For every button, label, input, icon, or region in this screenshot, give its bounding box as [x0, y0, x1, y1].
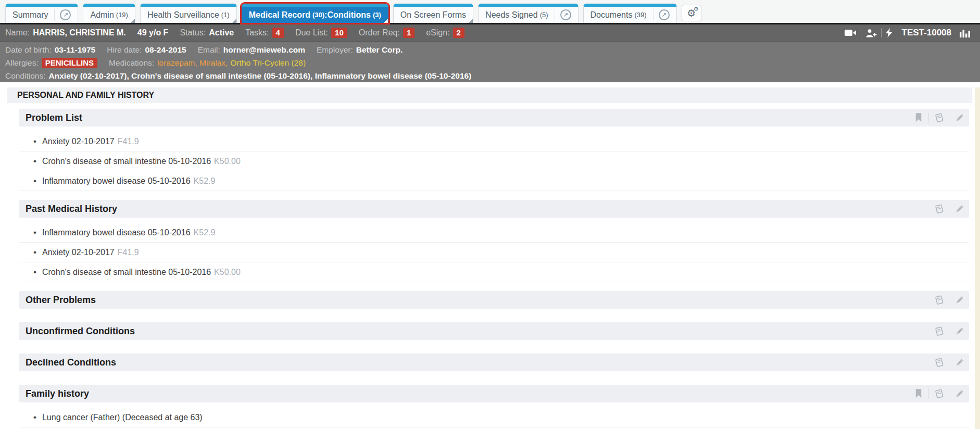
- past-medical-history-item[interactable]: • Crohn's disease of small intestine 05-…: [19, 262, 969, 282]
- gear-icon: ⚙: [694, 6, 699, 12]
- separator: [928, 112, 929, 123]
- book-icon[interactable]: [934, 358, 944, 368]
- family-history-item[interactable]: • Lung cancer (Father) (Deceased at age …: [19, 408, 969, 427]
- tab-on-screen-forms[interactable]: On Screen Forms: [393, 4, 473, 23]
- book-icon[interactable]: [934, 389, 944, 399]
- tab-health-surveillance[interactable]: Health Surveillance (1): [140, 4, 237, 23]
- medications-label: Medications:: [109, 58, 154, 68]
- tab-medical-record-count: (30): [312, 11, 324, 19]
- section-family-history: Family history •: [19, 385, 969, 427]
- edit-pencil-icon[interactable]: [954, 205, 964, 213]
- section-problem-list: Problem List •: [19, 109, 969, 191]
- order-req-group: Order Req: 1: [359, 28, 414, 38]
- patient-age-sex: 49 y/o F: [137, 28, 169, 37]
- item-code: K52.9: [194, 176, 216, 186]
- item-text: Anxiety 02-10-2017: [42, 248, 115, 257]
- section-unconfirmed-conditions: Unconfirmed Conditions: [19, 322, 969, 340]
- edit-pencil-icon[interactable]: [954, 358, 964, 367]
- section-past-medical-history: Past Medical History • Inflammatory bowe…: [19, 200, 969, 282]
- tab-admin[interactable]: Admin (19): [83, 4, 135, 23]
- patient-name[interactable]: HARRIS, CHRISTINE M.: [33, 28, 126, 37]
- patient-detail-rows: Date of birth:03-11-1975 Hire date:08-24…: [0, 42, 980, 82]
- tab-conditions-sublabel: :Conditions: [324, 10, 371, 20]
- tab-documents-label: Documents: [590, 10, 633, 20]
- section-title: Family history: [26, 388, 89, 399]
- bullet: •: [33, 156, 36, 167]
- section-header: Family history: [19, 385, 969, 402]
- past-medical-history-item[interactable]: • Anxiety 02-10-2017 F41.9: [19, 243, 969, 262]
- separator: [949, 204, 949, 214]
- bar-chart-icon[interactable]: [960, 29, 971, 37]
- hire-date-value: 08-24-2015: [145, 45, 186, 55]
- problem-list-item[interactable]: • Inflammatory bowel disease 05-10-2016 …: [19, 171, 969, 191]
- external-link-icon[interactable]: ↗: [560, 9, 571, 20]
- external-link-icon[interactable]: ↗: [659, 9, 670, 20]
- item-text: Crohn's disease of small intestine 05-10…: [42, 268, 211, 277]
- separator: [949, 388, 949, 399]
- book-icon[interactable]: [934, 295, 944, 305]
- edit-pencil-icon[interactable]: [954, 327, 964, 336]
- scrollbar-track[interactable]: [975, 87, 980, 429]
- add-person-icon[interactable]: [865, 29, 877, 37]
- lightning-bolt-icon[interactable]: [886, 28, 893, 37]
- tab-admin-label: Admin: [90, 10, 114, 20]
- due-list-count-badge[interactable]: 10: [331, 28, 347, 38]
- book-icon[interactable]: [934, 113, 944, 123]
- tab-documents[interactable]: Documents (39) ↗: [583, 4, 677, 23]
- esign-count-badge[interactable]: 2: [453, 28, 464, 38]
- bookmark-icon[interactable]: [913, 113, 924, 122]
- book-icon[interactable]: [934, 204, 944, 214]
- tab-medical-record-conditions[interactable]: Medical Record (30) :Conditions (3): [242, 4, 388, 23]
- problem-list-item[interactable]: • Anxiety 02-10-2017 F41.9: [19, 132, 969, 152]
- tab-health-surveillance-label: Health Surveillance: [147, 10, 219, 20]
- email-value: horner@mieweb.com: [223, 45, 305, 55]
- separator: [949, 357, 949, 368]
- status-value: Active: [209, 28, 234, 37]
- name-label: Name:: [5, 28, 30, 37]
- separator: [949, 326, 949, 336]
- order-req-count-badge[interactable]: 1: [403, 28, 414, 38]
- edit-pencil-icon[interactable]: [954, 389, 964, 398]
- due-list-group: Due List: 10: [295, 28, 347, 38]
- medication-highlight[interactable]: Ortho Tri-Cyclen (28): [230, 58, 306, 68]
- section-header: Unconfirmed Conditions: [19, 322, 969, 340]
- item-text: Inflammatory bowel disease 05-10-2016: [42, 176, 191, 186]
- tab-divider: [54, 9, 55, 21]
- past-medical-history-item[interactable]: • Inflammatory bowel disease 05-10-2016 …: [19, 223, 969, 243]
- item-code: K50.00: [214, 268, 241, 277]
- video-camera-icon[interactable]: [845, 29, 857, 37]
- tab-needs-signed[interactable]: Needs Signed (5) ↗: [478, 4, 578, 23]
- esign-group: eSign: 2: [426, 28, 464, 38]
- book-icon[interactable]: [934, 326, 944, 336]
- allergies-medications-row: Allergies: PENICILLINS Medications: lora…: [0, 56, 980, 69]
- tab-on-screen-forms-label: On Screen Forms: [400, 10, 466, 20]
- external-link-icon[interactable]: ↗: [60, 9, 71, 20]
- hire-date-label: Hire date:: [107, 45, 142, 55]
- edit-pencil-icon[interactable]: [954, 296, 964, 305]
- item-code: K50.00: [214, 157, 241, 166]
- employer-value: Better Corp.: [356, 45, 403, 55]
- edit-pencil-icon[interactable]: [954, 113, 964, 122]
- tab-summary[interactable]: Summary ↗: [5, 4, 78, 23]
- section-header: Other Problems: [19, 291, 969, 309]
- conditions-label: Conditions:: [5, 71, 46, 81]
- item-text: Inflammatory bowel disease 05-10-2016: [42, 228, 191, 237]
- section-title: Other Problems: [26, 295, 96, 306]
- allergy-badge[interactable]: PENICILLINS: [42, 58, 97, 68]
- dob-value: 03-11-1975: [55, 45, 95, 55]
- tab-admin-count: (19): [116, 11, 128, 19]
- section-other-problems: Other Problems: [19, 291, 969, 309]
- tasks-count-badge[interactable]: 4: [272, 28, 284, 38]
- tab-conditions-count: (3): [373, 11, 381, 19]
- tasks-label: Tasks:: [245, 28, 269, 37]
- esign-label: eSign:: [426, 28, 449, 37]
- chart-id: TEST-10008: [902, 28, 951, 38]
- dob-label: Date of birth:: [5, 45, 52, 55]
- problem-list-item[interactable]: • Crohn's disease of small intestine 05-…: [19, 152, 969, 171]
- section-header: Past Medical History: [19, 200, 969, 218]
- patient-summary-bar: Name: HARRIS, CHRISTINE M. 49 y/o F Stat…: [0, 24, 980, 42]
- bullet: •: [33, 136, 36, 147]
- medications-list[interactable]: lorazepam, Miralax,: [157, 58, 228, 68]
- bookmark-icon[interactable]: [913, 389, 924, 398]
- settings-button[interactable]: ⚙ ⚙: [682, 5, 701, 21]
